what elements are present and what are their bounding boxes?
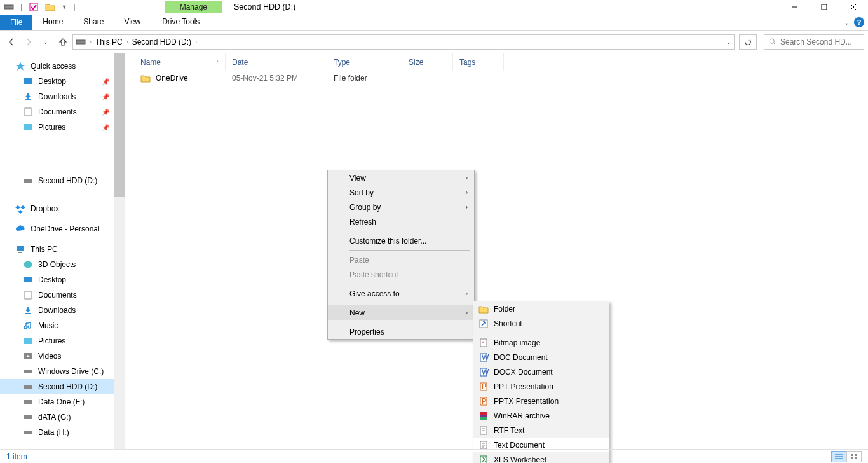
breadcrumb-this-pc[interactable]: This PC xyxy=(95,38,123,46)
new-shortcut[interactable]: Shortcut xyxy=(473,316,609,331)
tab-share[interactable]: Share xyxy=(73,15,114,30)
breadcrumb-current[interactable]: Second HDD (D:) xyxy=(132,38,191,46)
column-name[interactable]: Name^ xyxy=(125,53,226,71)
dropbox-icon xyxy=(15,204,25,214)
svg-rect-21 xyxy=(24,400,32,404)
menu-view[interactable]: View› xyxy=(328,170,474,185)
new-bitmap[interactable]: Bitmap image xyxy=(473,335,609,350)
sidebar-3d-objects[interactable]: 3D Objects xyxy=(0,257,114,272)
sidebar-drive-c[interactable]: Windows Drive (C:) xyxy=(0,364,114,379)
sidebar-downloads[interactable]: Downloads📌 xyxy=(0,89,114,104)
close-button[interactable] xyxy=(839,0,868,15)
tab-view[interactable]: View xyxy=(114,15,151,30)
label: Desktop xyxy=(38,77,66,86)
label: Documents xyxy=(38,107,77,116)
pin-icon: 📌 xyxy=(102,78,109,85)
address-dropdown-icon[interactable]: ⌄ xyxy=(726,39,731,45)
svg-rect-1 xyxy=(30,3,37,11)
chevron-right-icon[interactable]: › xyxy=(195,39,197,45)
icons-view-button[interactable] xyxy=(846,451,862,462)
file-row[interactable]: OneDrive 05-Nov-21 5:32 PM File folder xyxy=(125,71,868,85)
sidebar-dropbox[interactable]: Dropbox xyxy=(0,201,114,216)
column-size[interactable]: Size xyxy=(402,53,453,71)
chevron-right-icon: › xyxy=(466,290,468,297)
sidebar-pc-downloads[interactable]: Downloads xyxy=(0,303,114,318)
svg-rect-10 xyxy=(25,108,31,116)
sidebar-quick-access[interactable]: Quick access xyxy=(0,59,114,74)
menu-group-by[interactable]: Group by› xyxy=(328,200,474,214)
sidebar-drive-h[interactable]: Data (H:) xyxy=(0,425,114,440)
label: Downloads xyxy=(38,306,76,315)
new-ppt[interactable]: PPPT Presentation xyxy=(473,379,609,394)
chevron-right-icon: › xyxy=(466,204,468,211)
menu-properties[interactable]: Properties xyxy=(328,324,474,339)
folder-icon[interactable] xyxy=(45,2,55,12)
sidebar-drive-d[interactable]: Second HDD (D:) xyxy=(0,379,114,394)
pin-icon: 📌 xyxy=(102,109,109,116)
manage-contextual-tab[interactable]: Manage xyxy=(165,1,222,13)
up-button[interactable] xyxy=(55,34,71,50)
qat-dropdown-icon[interactable]: ▼ xyxy=(62,4,67,10)
sidebar-pc-music[interactable]: Music xyxy=(0,318,114,333)
new-rtf[interactable]: RTF Text xyxy=(473,423,609,438)
recent-locations-button[interactable]: ⌄ xyxy=(38,34,53,50)
chevron-right-icon[interactable]: › xyxy=(126,39,128,45)
menu-refresh[interactable]: Refresh xyxy=(328,214,474,229)
search-box[interactable]: Search Second HD... xyxy=(764,34,864,50)
new-folder[interactable]: Folder xyxy=(473,301,609,316)
music-icon xyxy=(23,321,33,331)
label: Second HDD (D:) xyxy=(38,176,97,185)
sidebar-documents[interactable]: Documents📌 xyxy=(0,104,114,120)
maximize-button[interactable] xyxy=(810,0,839,15)
back-button[interactable] xyxy=(4,34,19,50)
new-docx[interactable]: WDOCX Document xyxy=(473,364,609,379)
sidebar-pc-pictures[interactable]: Pictures xyxy=(0,333,114,349)
column-date[interactable]: Date xyxy=(226,53,327,71)
tab-drive-tools[interactable]: Drive Tools xyxy=(152,15,210,30)
desktop-icon xyxy=(23,275,33,285)
sidebar-drive-g[interactable]: dATA (G:) xyxy=(0,410,114,425)
sidebar-desktop[interactable]: Desktop📌 xyxy=(0,74,114,89)
new-doc[interactable]: WDOC Document xyxy=(473,350,609,364)
quick-access-toolbar: | ▼ | xyxy=(0,2,76,12)
new-pptx[interactable]: PPPTX Presentation xyxy=(473,394,609,408)
menu-new[interactable]: New› xyxy=(328,305,474,320)
forward-button[interactable] xyxy=(21,34,36,50)
pc-icon xyxy=(15,244,25,254)
tab-file[interactable]: File xyxy=(0,15,32,30)
ribbon-expand-icon[interactable]: ⌄ xyxy=(844,19,849,26)
address-bar[interactable]: › This PC › Second HDD (D:) › ⌄ xyxy=(72,34,735,50)
minimize-button[interactable] xyxy=(780,0,810,15)
sidebar-pc-desktop[interactable]: Desktop xyxy=(0,272,114,287)
column-tags[interactable]: Tags xyxy=(453,53,504,71)
column-type[interactable]: Type xyxy=(327,53,402,71)
details-view-button[interactable] xyxy=(831,451,846,462)
menu-customize[interactable]: Customize this folder... xyxy=(328,233,474,248)
menu-give-access[interactable]: Give access to› xyxy=(328,286,474,301)
label: Pictures xyxy=(38,123,65,132)
menu-sort-by[interactable]: Sort by› xyxy=(328,185,474,200)
drive-icon xyxy=(23,366,33,377)
sidebar-pc-documents[interactable]: Documents xyxy=(0,287,114,303)
sidebar-pictures[interactable]: Pictures📌 xyxy=(0,120,114,135)
chevron-right-icon[interactable]: › xyxy=(90,39,92,45)
folder-icon xyxy=(140,73,151,83)
sidebar-drive-f[interactable]: Data One (F:) xyxy=(0,394,114,410)
menu-paste-shortcut: Paste shortcut xyxy=(328,267,474,282)
file-list-pane[interactable]: Name^ Date Type Size Tags OneDrive 05-No… xyxy=(125,53,868,449)
new-winrar[interactable]: WinRAR archive xyxy=(473,408,609,423)
sidebar-scroll-thumb[interactable] xyxy=(114,53,125,197)
refresh-button[interactable] xyxy=(739,34,757,50)
svg-rect-0 xyxy=(4,5,13,9)
help-icon[interactable]: ? xyxy=(854,17,864,27)
sidebar-pc-videos[interactable]: Videos xyxy=(0,349,114,364)
sidebar-onedrive[interactable]: OneDrive - Personal xyxy=(0,221,114,237)
drive-icon xyxy=(23,176,33,186)
file-date: 05-Nov-21 5:32 PM xyxy=(226,74,327,83)
svg-rect-56 xyxy=(855,454,857,456)
sidebar-this-pc[interactable]: This PC xyxy=(0,242,114,257)
tab-home[interactable]: Home xyxy=(32,15,73,30)
properties-icon[interactable] xyxy=(29,2,39,12)
sidebar-second-hdd[interactable]: Second HDD (D:) xyxy=(0,173,114,188)
ribbon-tabs: File Home Share View Drive Tools ⌄ ? xyxy=(0,15,868,31)
